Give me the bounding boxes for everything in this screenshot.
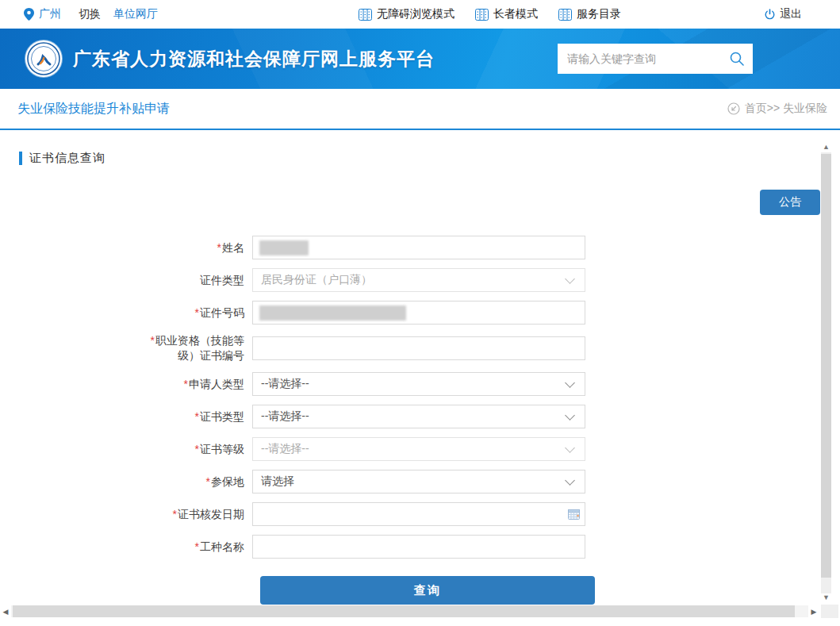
accessibility-mode-label: 无障碍浏览模式 [377,7,455,21]
service-catalog-button[interactable]: 服务目录 [558,7,621,21]
location-pin-icon [24,8,34,21]
scroll-left-arrow-icon[interactable]: ◀ [0,608,11,616]
unit-hall-link[interactable]: 单位网厅 [113,7,158,21]
current-city[interactable]: 广州 [39,7,61,21]
field-label-applicant-type: *申请人类型 [149,377,252,392]
service-catalog-label: 服务目录 [577,7,621,21]
form-row-id-number: *证件号码 [149,301,840,325]
id-number-input[interactable] [252,301,585,325]
required-mark: * [195,443,199,455]
vertical-scrollbar[interactable]: ▲ ▼ [821,143,831,603]
vertical-scroll-track[interactable] [821,152,831,593]
calendar-icon[interactable] [568,509,580,520]
applicant-type-select[interactable]: --请选择-- [252,372,585,396]
scroll-up-arrow-icon[interactable]: ▲ [823,143,830,152]
chevron-down-icon [565,274,575,284]
id-type-selected-value: 居民身份证（户口薄） [253,273,566,287]
chevron-down-icon [565,378,575,388]
required-mark: * [195,410,199,423]
name-input[interactable] [252,236,585,259]
required-mark: * [184,378,188,390]
chevron-down-icon [565,443,575,453]
notice-button[interactable]: 公告 [760,190,820,215]
elder-mode-label: 长者模式 [493,7,538,21]
section-title: 证书信息查询 [29,151,105,166]
breadcrumb-bar: 失业保险技能提升补贴申请 首页>> 失业保险 [0,89,840,130]
field-label-certificate-issue-date: *证书核发日期 [149,507,252,522]
scroll-right-arrow-icon[interactable]: ▶ [808,608,819,616]
accessibility-grid-icon [359,9,372,21]
required-mark: * [195,306,199,319]
certificate-number-input[interactable] [252,336,585,360]
field-label-job-title: *工种名称 [149,540,252,555]
certificate-query-form: *姓名证件类型居民身份证（户口薄）*证件号码*职业资格（技能等级）证书编号*申请… [149,236,840,559]
power-icon [764,9,776,21]
main-content: 证书信息查询 公告 *姓名证件类型居民身份证（户口薄）*证件号码*职业资格（技能… [0,151,840,626]
chevron-down-icon [565,475,575,486]
accessibility-mode-button[interactable]: 无障碍浏览模式 [359,7,455,21]
page-title: 失业保险技能提升补贴申请 [17,101,170,117]
horizontal-scroll-track[interactable] [11,605,808,617]
required-mark: * [217,241,221,254]
top-utility-bar: 广州 切换 单位网厅 无障碍浏览模式 长者模式 服务目录 退出 [0,0,840,29]
insured-place-select[interactable]: 请选择 [252,470,585,494]
breadcrumb-trail[interactable]: 首页>> 失业保险 [745,102,827,116]
section-header: 证书信息查询 [19,151,840,166]
search-icon[interactable] [729,51,745,67]
chevron-down-icon [565,410,575,421]
field-label-insured-place: *参保地 [149,474,252,490]
section-accent-bar [19,152,22,165]
site-banner: 广东省人力资源和社会保障厅网上服务平台 [0,29,840,89]
keyword-search-box [558,44,753,74]
scrollbar-corner [821,605,838,618]
form-row-job-title: *工种名称 [149,535,840,559]
required-mark: * [195,540,199,553]
elder-grid-icon [475,9,489,21]
form-row-certificate-issue-date: *证书核发日期 [149,502,840,526]
form-row-certificate-level: *证书等级--请选择-- [149,437,840,461]
id-number-redacted-value [259,305,406,321]
search-input[interactable] [567,52,729,65]
form-row-insured-place: *参保地请选择 [149,470,840,494]
certificate-issue-date-input[interactable] [252,502,585,526]
certificate-number-text-input[interactable] [253,337,585,359]
field-label-id-type: 证件类型 [149,273,252,288]
required-mark: * [206,475,210,488]
form-row-applicant-type: *申请人类型--请选择-- [149,372,840,396]
field-label-name: *姓名 [149,240,252,255]
vertical-scroll-thumb[interactable] [821,154,831,578]
job-title-input[interactable] [252,535,585,559]
certificate-issue-date-text-input[interactable] [253,503,585,525]
field-label-certificate-number: *职业资格（技能等级）证书编号 [149,333,252,363]
return-arrow-icon [727,102,740,115]
elder-mode-button[interactable]: 长者模式 [475,7,538,21]
job-title-text-input[interactable] [253,536,585,558]
site-title: 广东省人力资源和社会保障厅网上服务平台 [73,47,435,71]
scroll-down-arrow-icon[interactable]: ▼ [823,593,830,603]
field-label-id-number: *证件号码 [149,305,252,321]
certificate-level-select: --请选择-- [252,437,585,461]
insured-place-selected-value: 请选择 [253,474,566,489]
certificate-level-selected-value: --请选择-- [253,442,566,456]
logout-button[interactable]: 退出 [764,7,802,21]
query-button[interactable]: 查询 [260,576,595,605]
form-row-certificate-number: *职业资格（技能等级）证书编号 [149,333,840,363]
name-redacted-value [259,240,309,255]
catalog-grid-icon [558,9,572,21]
field-label-certificate-level: *证书等级 [149,442,252,457]
applicant-type-selected-value: --请选择-- [253,377,566,391]
field-label-certificate-type: *证书类型 [149,409,252,424]
certificate-type-select[interactable]: --请选择-- [252,405,585,428]
switch-city-link[interactable]: 切换 [79,7,101,21]
form-row-name: *姓名 [149,236,840,259]
form-row-certificate-type: *证书类型--请选择-- [149,405,840,428]
gd-hrss-emblem-logo [25,40,62,77]
logout-label: 退出 [780,7,802,21]
horizontal-scrollbar[interactable]: ◀ ▶ [0,605,840,618]
required-mark: * [151,334,155,347]
id-type-select: 居民身份证（户口薄） [252,268,585,292]
certificate-type-selected-value: --请选择-- [253,409,566,424]
horizontal-scroll-thumb[interactable] [13,605,795,617]
form-row-id-type: 证件类型居民身份证（户口薄） [149,268,840,292]
required-mark: * [173,508,177,520]
